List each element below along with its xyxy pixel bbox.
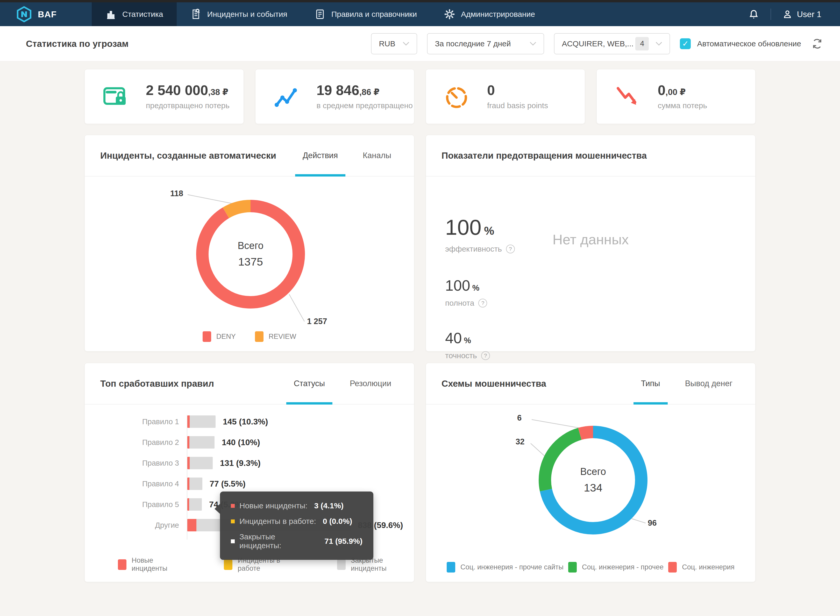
callout-soc-eng-sites: 96 <box>648 518 656 528</box>
filter-bar: Статистика по угрозам RUB За последние 7… <box>0 26 840 62</box>
legend-item: Соц. инженерия <box>668 562 734 572</box>
bar-row-Правило 1: Правило 1145 (10.3%) <box>100 411 399 432</box>
bar-category-label: Правило 1 <box>100 418 187 426</box>
stat-cards: 2 540 000,38 ₽ предотвращено потерь 19 8… <box>84 69 756 124</box>
nav-item-label: Статистика <box>122 10 163 19</box>
stat-card-fraud-basis-points: 0 fraud basis points <box>426 69 585 124</box>
legend-label: Новые инциденты <box>132 556 185 572</box>
brand-name: BAF <box>38 9 57 19</box>
callout-review: 118 <box>170 189 183 198</box>
callout-deny: 1 257 <box>307 317 327 326</box>
bar-new-segment <box>187 498 189 510</box>
channels-select[interactable]: ACQUIRER, WEB,... 4 <box>554 33 670 54</box>
metrics: 100% эффективность? 100% полнота? 40% то… <box>445 215 515 360</box>
legend-swatch <box>118 559 127 570</box>
metric-completeness: 100% полнота? <box>445 277 515 308</box>
legend-label: Соц. инженерия - прочие сайты <box>460 563 563 571</box>
tooltip-bullet <box>231 540 235 543</box>
currency-select[interactable]: RUB <box>371 33 417 54</box>
tooltip-row: Новые инциденты:3 (4.1%) <box>231 502 362 510</box>
bar-category-label: Другие <box>100 521 187 529</box>
nav-item-administration[interactable]: Администрирование <box>430 2 549 26</box>
bar-value-label: 145 (10.3%) <box>223 417 268 427</box>
bar-row-Правило 2: Правило 2140 (10%) <box>100 432 399 453</box>
tooltip-row: Закрытые инциденты:71 (95.9%) <box>231 532 362 550</box>
panel-header: Инциденты, созданные автоматически Дейст… <box>85 135 414 176</box>
legend-item: Соц. инженерия - прочее <box>568 562 663 572</box>
channels-value: ACQUIRER, WEB,... <box>562 40 634 48</box>
chevron-down-icon <box>656 42 662 46</box>
bar-closed-segment <box>187 498 202 510</box>
chevron-down-icon <box>403 42 409 46</box>
card-value: 0 <box>487 83 548 97</box>
main-content: 2 540 000,38 ₽ предотвращено потерь 19 8… <box>84 69 756 598</box>
callout-soc-eng-other: 32 <box>516 437 524 446</box>
bar-category-label: Правило 5 <box>100 500 187 509</box>
bar-row-Правило 4: Правило 477 (5.5%) <box>100 474 399 494</box>
bar-new-segment <box>187 519 196 531</box>
card-label: предотвращено потерь <box>146 101 229 110</box>
panel-top-rules: Топ сработавших правил Статусы Резолюции… <box>84 363 414 582</box>
help-icon[interactable]: ? <box>481 351 490 360</box>
legend-item: REVIEW <box>255 331 296 342</box>
card-value: 0,00 ₽ <box>658 83 708 97</box>
nav-item-label: Администрирование <box>461 10 535 19</box>
tab-channels[interactable]: Каналы <box>363 135 391 176</box>
trend-icon <box>272 83 301 110</box>
legend-swatch <box>447 562 455 572</box>
user-icon <box>782 9 793 20</box>
legend: DENYREVIEW <box>85 331 414 342</box>
panel-fraud-schemes: Схемы мошенничества Типы Вывод денег Все… <box>426 363 756 582</box>
tab-cashout[interactable]: Вывод денег <box>685 363 733 404</box>
bar-closed-segment <box>187 436 215 449</box>
filter-controls: RUB За последние 7 дней ACQUIRER, WEB,..… <box>371 33 824 54</box>
metric-effectiveness: 100% эффективность? <box>445 215 515 254</box>
metric-accuracy: 40% точность? <box>445 329 515 360</box>
user-menu[interactable]: User 1 <box>782 9 821 20</box>
tab-actions[interactable]: Действия <box>303 135 338 176</box>
bar-tooltip: Новые инциденты:3 (4.1%)Инциденты в рабо… <box>220 491 374 560</box>
tab-types[interactable]: Типы <box>641 363 660 404</box>
legend-swatch <box>668 562 677 572</box>
auto-refresh-checkbox[interactable]: ✓ <box>680 38 691 49</box>
nav-item-incidents[interactable]: Инциденты и события <box>177 2 301 26</box>
rules-icon <box>314 9 326 20</box>
tab-statuses[interactable]: Статусы <box>294 363 325 404</box>
bell-icon[interactable] <box>748 8 760 20</box>
bar-value-label: 140 (10%) <box>222 438 260 447</box>
nav-item-rules[interactable]: Правила и справочники <box>301 2 430 26</box>
nav-right: User 1 <box>748 2 840 26</box>
card-value: 19 846,86 ₽ <box>316 83 413 97</box>
gauge-icon <box>443 83 472 110</box>
tabs: Типы Вывод денег <box>641 363 733 404</box>
nav-item-label: Правила и справочники <box>331 10 417 19</box>
nav-item-statistics[interactable]: Статистика <box>92 2 177 26</box>
auto-refresh-label: Автоматическое обновление <box>697 40 801 48</box>
bar-new-segment <box>187 478 190 490</box>
brand: BAF <box>16 2 84 26</box>
help-icon[interactable]: ? <box>478 299 487 308</box>
user-name: User 1 <box>797 10 821 19</box>
stat-card-prevented-losses: 2 540 000,38 ₽ предотвращено потерь <box>84 69 244 124</box>
refresh-icon[interactable] <box>811 38 824 50</box>
bar-new-segment <box>187 457 190 469</box>
currency-value: RUB <box>379 40 395 48</box>
tooltip-bullet <box>231 504 235 508</box>
card-label: сумма потерь <box>658 101 708 110</box>
bar-closed-segment <box>187 415 216 428</box>
tab-resolutions[interactable]: Резолюции <box>350 363 391 404</box>
legend-label: Соц. инженерия - прочее <box>582 563 663 571</box>
nav-divider <box>771 9 771 20</box>
bar-category-label: Правило 2 <box>100 438 187 447</box>
panel-header: Топ сработавших правил Статусы Резолюции <box>85 363 414 405</box>
period-select[interactable]: За последние 7 дней <box>427 33 544 54</box>
auto-refresh: ✓ Автоматическое обновление <box>680 38 824 50</box>
top-nav: BAF Статистика <box>0 2 840 26</box>
bar-category-label: Правило 4 <box>100 480 187 488</box>
bar-closed-segment <box>187 478 202 490</box>
help-icon[interactable]: ? <box>506 245 515 254</box>
tabs: Действия Каналы <box>303 135 391 176</box>
legend-label: REVIEW <box>269 333 296 340</box>
legend-swatch <box>224 559 232 570</box>
bar-value-label: 131 (9.3%) <box>220 458 260 468</box>
